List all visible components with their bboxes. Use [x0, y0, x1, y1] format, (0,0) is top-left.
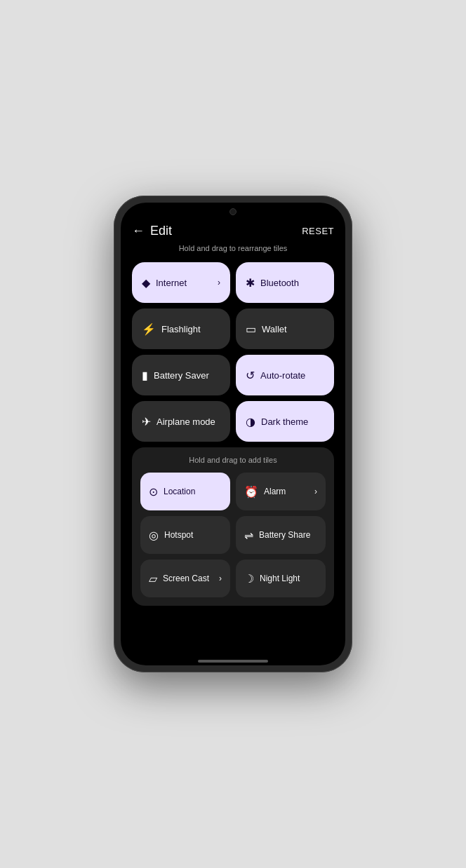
- add-tile-label-screen-cast: Screen Cast: [163, 574, 213, 583]
- bluetooth-icon: ✱: [246, 276, 255, 290]
- add-tile-night-light[interactable]: ☽Night Light: [236, 560, 326, 597]
- page-title: Edit: [150, 224, 172, 238]
- add-subtitle: Hold and drag to add tiles: [140, 456, 326, 464]
- camera-dot: [229, 208, 237, 215]
- reset-button[interactable]: RESET: [302, 226, 334, 236]
- tile-label-bluetooth: Bluetooth: [260, 278, 324, 288]
- tile-label-internet: Internet: [156, 278, 212, 288]
- rearrange-subtitle: Hold and drag to rearrange tiles: [132, 244, 334, 252]
- add-tile-label-night-light: Night Light: [260, 574, 317, 583]
- tile-label-battery-saver: Battery Saver: [154, 370, 220, 381]
- add-tile-label-location: Location: [164, 487, 222, 496]
- tile-label-flashlight: Flashlight: [161, 324, 220, 334]
- add-tile-hotspot[interactable]: ◎Hotspot: [140, 516, 230, 554]
- add-tile-label-hotspot: Hotspot: [164, 530, 222, 540]
- wifi-icon: ◆: [142, 276, 150, 290]
- tile-flashlight[interactable]: ⚡Flashlight: [132, 308, 230, 349]
- airplane-icon: ✈: [142, 415, 151, 428]
- add-tile-battery-share[interactable]: ⇌Battery Share: [236, 516, 326, 554]
- tile-label-airplane: Airplane mode: [157, 416, 220, 427]
- camera-notch: [121, 203, 345, 215]
- header-left: ← Edit: [132, 224, 172, 238]
- add-tile-label-alarm: Alarm: [264, 487, 309, 496]
- tile-wallet[interactable]: ▭Wallet: [236, 308, 334, 349]
- dark-icon: ◑: [246, 415, 255, 428]
- wallet-icon: ▭: [246, 323, 256, 336]
- tile-bluetooth[interactable]: ✱Bluetooth: [236, 262, 334, 303]
- add-tile-alarm[interactable]: ⏰Alarm›: [236, 473, 326, 510]
- home-bar: [121, 654, 345, 665]
- add-tile-label-battery-share: Battery Share: [259, 530, 317, 540]
- tile-label-wallet: Wallet: [262, 324, 324, 334]
- tile-label-auto-rotate: Auto-rotate: [260, 370, 324, 381]
- hotspot-icon: ◎: [149, 529, 159, 542]
- tile-airplane[interactable]: ✈Airplane mode: [132, 401, 230, 442]
- flashlight-icon: ⚡: [142, 323, 156, 336]
- tile-dark-theme[interactable]: ◑Dark theme: [236, 401, 334, 442]
- alarm-icon: ⏰: [244, 485, 258, 499]
- location-icon: ⊙: [149, 485, 158, 499]
- chevron-icon: ›: [219, 574, 222, 583]
- back-button[interactable]: ←: [132, 224, 145, 238]
- header: ← Edit RESET: [132, 215, 334, 244]
- add-tiles-grid: ⊙Location⏰Alarm›◎Hotspot⇌Battery Share▱S…: [140, 473, 326, 597]
- moon-icon: ☽: [244, 572, 254, 585]
- chevron-icon: ›: [218, 278, 220, 287]
- add-section: Hold and drag to add tiles ⊙Location⏰Ala…: [132, 447, 334, 606]
- phone-screen: ← Edit RESET Hold and drag to rearrange …: [121, 203, 345, 665]
- rotate-icon: ↺: [246, 369, 255, 382]
- add-tile-location[interactable]: ⊙Location: [140, 473, 230, 510]
- home-indicator: [198, 660, 268, 663]
- cast-icon: ▱: [149, 572, 157, 585]
- chevron-icon: ›: [314, 487, 317, 496]
- phone-frame: ← Edit RESET Hold and drag to rearrange …: [114, 196, 352, 672]
- battery-share-icon: ⇌: [244, 529, 253, 542]
- tile-label-dark-theme: Dark theme: [261, 416, 324, 427]
- tile-auto-rotate[interactable]: ↺Auto-rotate: [236, 355, 334, 395]
- tile-battery-saver[interactable]: ▮Battery Saver: [132, 355, 230, 395]
- active-tiles-grid: ◆Internet›✱Bluetooth⚡Flashlight▭Wallet▮B…: [132, 262, 334, 442]
- screen-content: ← Edit RESET Hold and drag to rearrange …: [121, 215, 345, 654]
- add-tile-screen-cast[interactable]: ▱Screen Cast›: [140, 560, 230, 597]
- battery-icon: ▮: [142, 369, 148, 382]
- tile-internet[interactable]: ◆Internet›: [132, 262, 230, 303]
